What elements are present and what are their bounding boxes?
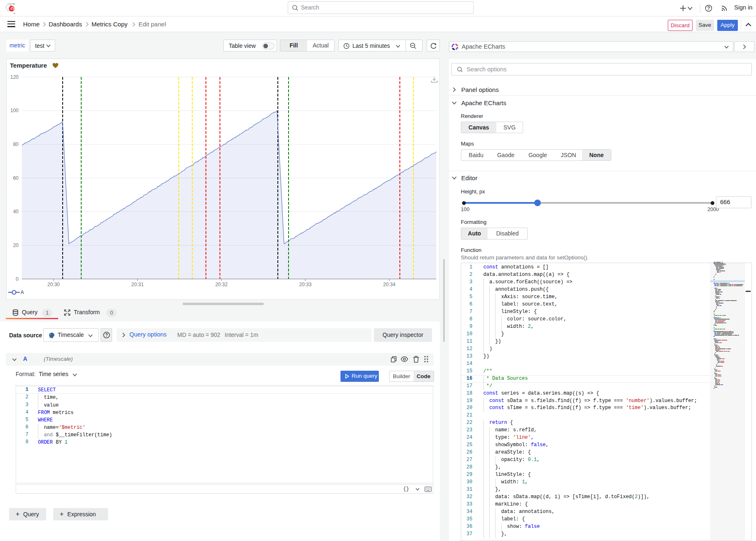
svg-text:60: 60 <box>13 175 19 181</box>
svg-text:80: 80 <box>13 141 19 147</box>
svg-text:20:34: 20:34 <box>383 282 395 287</box>
svg-text:0: 0 <box>16 276 19 282</box>
svg-text:120: 120 <box>10 74 19 80</box>
svg-text:20:33: 20:33 <box>299 282 312 287</box>
svg-text:20:32: 20:32 <box>215 282 228 287</box>
svg-text:20:31: 20:31 <box>131 282 144 287</box>
svg-text:100: 100 <box>10 108 19 113</box>
svg-text:40: 40 <box>13 209 19 214</box>
svg-text:20:30: 20:30 <box>47 282 60 287</box>
svg-text:20: 20 <box>13 242 19 248</box>
